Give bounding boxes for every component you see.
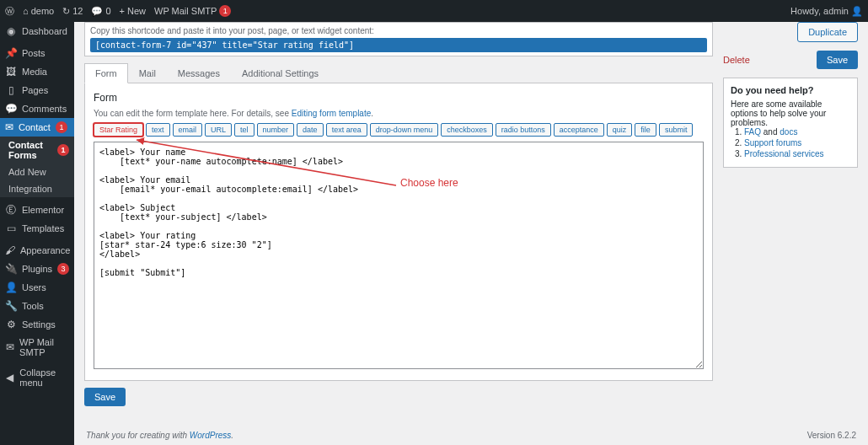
shortcode-value[interactable]: [contact-form-7 id="437" title="Star rat… bbox=[90, 38, 707, 52]
collapse-menu[interactable]: ◀Collapse menu bbox=[0, 364, 74, 391]
form-heading: Form bbox=[94, 92, 704, 104]
tag-generator: Star Rating text email URL tel number da… bbox=[94, 123, 704, 137]
shortcode-box: Copy this shortcode and paste it into yo… bbox=[84, 22, 713, 56]
admin-footer: Thank you for creating with WordPress. V… bbox=[74, 425, 868, 445]
tag-checkboxes[interactable]: checkboxes bbox=[441, 123, 493, 137]
menu-wpmailsmtp[interactable]: ✉WP Mail SMTP bbox=[0, 334, 74, 361]
form-template-textarea[interactable] bbox=[94, 142, 704, 369]
menu-posts[interactable]: 📌Posts bbox=[0, 44, 74, 62]
site-name[interactable]: ⌂ demo bbox=[23, 6, 54, 16]
tag-acceptance[interactable]: acceptance bbox=[554, 123, 604, 137]
help-support-link[interactable]: Support forums bbox=[744, 138, 801, 147]
tag-dropdown[interactable]: drop-down menu bbox=[370, 123, 439, 137]
footer-version: Version 6.2.2 bbox=[807, 431, 856, 440]
form-hint: You can edit the form template here. For… bbox=[94, 109, 704, 118]
submenu-add-new[interactable]: Add New bbox=[0, 164, 74, 180]
tag-email[interactable]: email bbox=[173, 123, 203, 137]
tag-star-rating[interactable]: Star Rating bbox=[94, 123, 143, 137]
help-text: Here are some available options to help … bbox=[731, 99, 850, 127]
submenu-contact-forms[interactable]: Contact Forms 1 bbox=[0, 137, 74, 164]
main-content: Copy this shortcode and paste it into yo… bbox=[74, 22, 868, 445]
tab-form[interactable]: Form bbox=[84, 63, 128, 83]
comments-bubble[interactable]: 💬 0 bbox=[91, 6, 110, 17]
editing-template-link[interactable]: Editing form template bbox=[292, 109, 372, 118]
tag-file[interactable]: file bbox=[635, 123, 656, 137]
delete-link[interactable]: Delete bbox=[723, 55, 750, 65]
duplicate-button[interactable]: Duplicate bbox=[797, 22, 858, 42]
tab-additional-settings[interactable]: Additional Settings bbox=[231, 63, 330, 83]
howdy[interactable]: Howdy, admin 👤 bbox=[790, 6, 863, 17]
tag-url[interactable]: URL bbox=[205, 123, 232, 137]
tab-messages[interactable]: Messages bbox=[167, 63, 231, 83]
help-box: Do you need help? Here are some availabl… bbox=[723, 78, 858, 168]
menu-pages[interactable]: ▯Pages bbox=[0, 81, 74, 99]
help-faq-link[interactable]: FAQ bbox=[744, 127, 761, 137]
collapse-icon: ◀ bbox=[5, 372, 14, 383]
tag-number[interactable]: number bbox=[257, 123, 295, 137]
page-icon: ▯ bbox=[5, 84, 17, 96]
save-button-bottom[interactable]: Save bbox=[84, 388, 126, 406]
updates[interactable]: ↻ 12 bbox=[62, 6, 83, 17]
tag-textarea[interactable]: text area bbox=[326, 123, 367, 137]
footer-wp-link[interactable]: WordPress bbox=[190, 431, 231, 440]
tag-date[interactable]: date bbox=[297, 123, 324, 137]
users-icon: 👤 bbox=[5, 281, 17, 293]
menu-media[interactable]: 🖼Media bbox=[0, 62, 74, 81]
tag-submit[interactable]: submit bbox=[659, 123, 694, 137]
tag-quiz[interactable]: quiz bbox=[607, 123, 633, 137]
shortcode-hint: Copy this shortcode and paste it into yo… bbox=[90, 26, 707, 35]
pin-icon: 📌 bbox=[5, 47, 17, 59]
brush-icon: 🖌 bbox=[5, 244, 15, 256]
mail-icon: ✉ bbox=[5, 121, 13, 133]
tab-mail[interactable]: Mail bbox=[128, 63, 167, 83]
admin-sidebar: ◉Dashboard 📌Posts 🖼Media ▯Pages 💬Comment… bbox=[0, 22, 74, 445]
menu-comments[interactable]: 💬Comments bbox=[0, 99, 74, 118]
admin-bar: ⓦ ⌂ demo ↻ 12 💬 0 + New WP Mail SMTP 1 H… bbox=[0, 0, 868, 22]
help-title: Do you need help? bbox=[731, 85, 850, 95]
form-panel: Form You can edit the form template here… bbox=[84, 83, 713, 381]
wp-mail-smtp-bar[interactable]: WP Mail SMTP 1 bbox=[154, 5, 231, 17]
menu-elementor[interactable]: ⒺElementor bbox=[0, 201, 74, 219]
menu-settings[interactable]: ⚙Settings bbox=[0, 315, 74, 334]
templates-icon: ▭ bbox=[5, 222, 17, 234]
comment-icon: 💬 bbox=[5, 103, 17, 115]
plugin-icon: 🔌 bbox=[5, 263, 17, 275]
menu-tools[interactable]: 🔧Tools bbox=[0, 297, 74, 315]
new-content[interactable]: + New bbox=[120, 6, 146, 16]
menu-plugins[interactable]: 🔌Plugins3 bbox=[0, 260, 74, 278]
elementor-icon: Ⓔ bbox=[5, 204, 17, 216]
tools-icon: 🔧 bbox=[5, 300, 17, 312]
tag-tel[interactable]: tel bbox=[234, 123, 255, 137]
tag-radio[interactable]: radio buttons bbox=[496, 123, 551, 137]
media-icon: 🖼 bbox=[5, 66, 17, 78]
menu-users[interactable]: 👤Users bbox=[0, 278, 74, 297]
tag-text[interactable]: text bbox=[146, 123, 170, 137]
submenu-contact: Contact Forms 1 Add New Integration bbox=[0, 137, 74, 197]
menu-contact[interactable]: ✉Contact1▸ bbox=[0, 118, 74, 137]
wp-logo[interactable]: ⓦ bbox=[5, 5, 14, 18]
help-pro-link[interactable]: Professional services bbox=[744, 149, 823, 158]
settings-icon: ⚙ bbox=[5, 319, 17, 330]
help-docs-link[interactable]: docs bbox=[780, 127, 797, 137]
dashboard-icon: ◉ bbox=[5, 25, 17, 37]
form-tabs: Form Mail Messages Additional Settings bbox=[84, 63, 713, 83]
menu-templates[interactable]: ▭Templates bbox=[0, 219, 74, 238]
submenu-integration[interactable]: Integration bbox=[0, 180, 74, 197]
smtp-icon: ✉ bbox=[5, 341, 14, 353]
menu-dashboard[interactable]: ◉Dashboard bbox=[0, 22, 74, 40]
save-button-side[interactable]: Save bbox=[817, 51, 858, 69]
menu-appearance[interactable]: 🖌Appearance bbox=[0, 241, 74, 260]
